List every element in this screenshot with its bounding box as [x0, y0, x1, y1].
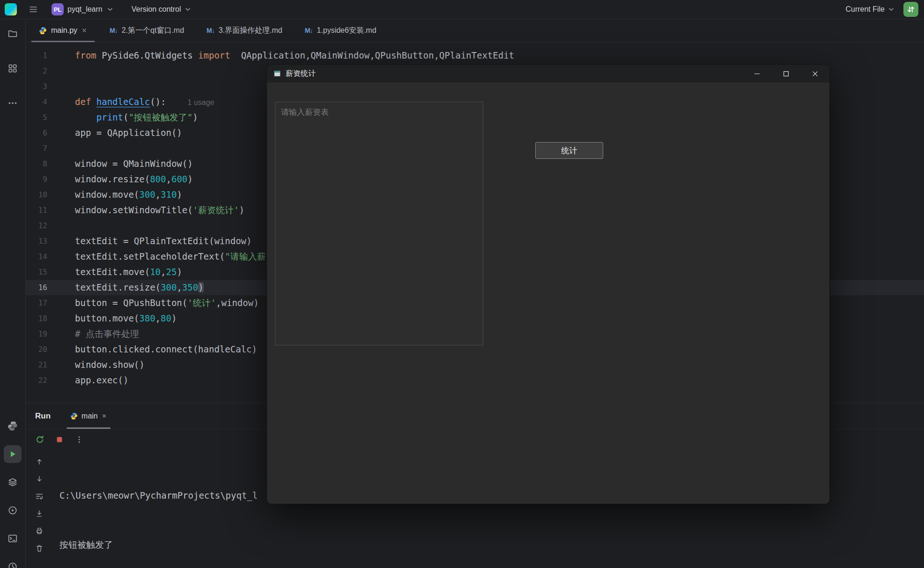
tab-main-py[interactable]: main.py [31, 19, 95, 42]
code-token: textEdit = QPlainTextEdit(window) [75, 236, 252, 246]
editor-tab-bar: main.py M↓ 2.第一个qt窗口.md M↓ 3.界面操作处理.md M… [26, 19, 924, 42]
run-configuration-selector[interactable]: Current File [845, 5, 895, 14]
soft-wrap-button[interactable] [35, 492, 44, 501]
code-token: "按钮被触发了" [128, 112, 192, 122]
code-token: ) [192, 112, 198, 122]
tab-md-2[interactable]: M↓ 2.第一个qt窗口.md [102, 19, 192, 42]
line-number[interactable]: 20 [26, 342, 47, 357]
update-arrows-icon [906, 5, 916, 14]
printer-icon [35, 527, 44, 535]
scroll-to-end-icon [35, 509, 44, 518]
print-button[interactable] [35, 526, 44, 536]
chevron-down-icon [106, 6, 114, 13]
project-name: pyqt_learn [67, 5, 103, 14]
scroll-to-end-button[interactable] [35, 509, 44, 518]
code-token: window.move( [75, 189, 139, 200]
qt-window-titlebar[interactable]: 薪资统计 [267, 65, 829, 82]
activity-bar [0, 19, 26, 568]
packages-tool-button[interactable] [4, 473, 22, 491]
line-number[interactable]: 4 [26, 94, 47, 110]
close-button[interactable] [800, 65, 829, 82]
structure-icon [7, 63, 18, 74]
line-number[interactable]: 11 [26, 202, 47, 218]
layers-icon [7, 477, 18, 487]
console-more-button[interactable] [74, 435, 84, 444]
line-number[interactable]: 12 [26, 218, 47, 233]
run-play-icon [8, 449, 17, 459]
line-number[interactable]: 22 [26, 373, 47, 388]
rerun-button[interactable] [35, 435, 44, 444]
line-number[interactable]: 13 [26, 233, 47, 249]
code-token: , [155, 313, 161, 323]
code-token: button.clicked.connect(handleCalc) [75, 344, 257, 354]
python-console-icon [7, 421, 18, 431]
more-icon [7, 98, 18, 108]
vcs-widget[interactable]: Version control [132, 5, 192, 14]
maximize-icon [783, 71, 789, 77]
python-file-icon [39, 27, 47, 35]
line-number[interactable]: 7 [26, 141, 47, 156]
vcs-update-button[interactable] [903, 2, 918, 17]
rerun-icon [35, 435, 44, 444]
line-number[interactable]: 14 [26, 249, 47, 264]
stats-button[interactable]: 统计 [535, 142, 603, 159]
close-icon[interactable] [102, 413, 107, 419]
code-token: button.move( [75, 313, 139, 323]
clear-console-button[interactable] [35, 544, 44, 553]
code-token: textEdit.resize( [75, 282, 161, 292]
line-number[interactable]: 10 [26, 187, 47, 202]
run-configuration-label: Current File [845, 5, 885, 14]
line-number[interactable]: 1 [26, 48, 47, 63]
up-stack-trace-button[interactable] [35, 457, 44, 466]
line-number[interactable]: 17 [26, 295, 47, 311]
main-toolbar: PL pyqt_learn Version control Current Fi… [0, 0, 924, 19]
code-token: ) [171, 313, 177, 323]
python-console-button[interactable] [4, 417, 22, 435]
code-token: (): [150, 97, 166, 107]
down-stack-trace-button[interactable] [35, 474, 44, 484]
code-token: ,window) [216, 298, 259, 308]
tab-md-3[interactable]: M↓ 3.界面操作处理.md [199, 19, 290, 42]
run-tab-main[interactable]: main [65, 403, 112, 429]
line-number[interactable]: 6 [26, 125, 47, 141]
line-number[interactable]: 18 [26, 311, 47, 326]
qt-app-window[interactable]: 薪资统计 [267, 65, 829, 504]
line-number[interactable]: 5 [26, 110, 47, 125]
services-icon [7, 505, 18, 516]
project-widget[interactable]: PL pyqt_learn [52, 3, 114, 15]
code-token: '统计' [187, 298, 216, 308]
run-tool-button[interactable] [4, 445, 22, 463]
terminal-tool-button[interactable] [4, 530, 22, 547]
line-number[interactable]: 9 [26, 172, 47, 187]
code-token: 600 [171, 174, 187, 184]
tab-label: main.py [51, 26, 77, 35]
tab-label: 3.界面操作处理.md [219, 26, 282, 36]
code-line[interactable]: from PySide6.QtWidgets import QApplicati… [75, 48, 514, 63]
more-tool-windows-button[interactable] [4, 94, 22, 112]
code-token: window.show() [75, 359, 145, 370]
stop-button[interactable] [55, 435, 64, 444]
code-token: '薪资统计' [193, 205, 239, 215]
salary-textedit[interactable]: 请输入薪资表 [275, 102, 483, 345]
services-tool-button[interactable] [4, 501, 22, 519]
line-number[interactable]: 15 [26, 264, 47, 280]
line-number[interactable]: 16 [26, 280, 47, 295]
tab-md-1[interactable]: M↓ 1.pyside6安装.md [297, 19, 384, 42]
code-token: ( [123, 112, 128, 122]
line-number[interactable]: 3 [26, 79, 47, 94]
project-tool-button[interactable] [4, 25, 22, 43]
maximize-button[interactable] [771, 65, 800, 82]
line-number[interactable]: 19 [26, 326, 47, 342]
main-menu-button[interactable] [26, 2, 40, 16]
line-number[interactable]: 8 [26, 156, 47, 172]
vcs-label: Version control [132, 5, 181, 14]
line-number[interactable]: 21 [26, 357, 47, 373]
minimize-button[interactable] [742, 65, 771, 82]
close-icon[interactable] [81, 28, 87, 33]
structure-tool-button[interactable] [4, 60, 22, 77]
line-number[interactable]: 2 [26, 63, 47, 79]
recent-tool-button[interactable] [4, 558, 22, 568]
markdown-file-icon: M↓ [110, 27, 118, 34]
code-token: textEdit.setPlaceholderText( [75, 251, 225, 262]
code-token: ) [187, 174, 192, 184]
